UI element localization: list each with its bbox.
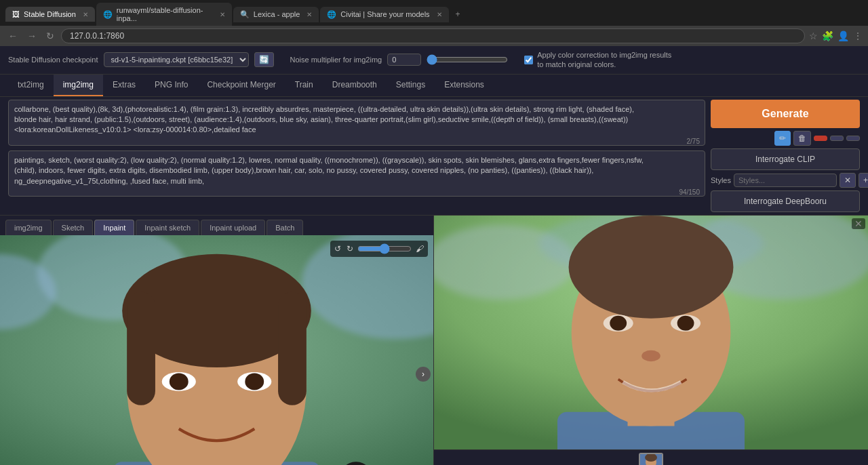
noise-label: Noise multiplier for img2img [290,56,382,64]
color1-button[interactable] [814,136,827,141]
color-correction-checkbox[interactable] [524,56,533,64]
svg-point-12 [245,373,264,390]
tab-close[interactable]: ✕ [307,11,312,18]
new-tab-button[interactable]: + [450,6,466,22]
tab-favicon: 🖼 [12,10,20,18]
negative-prompt-wrapper: paintings, sketch, (worst quality:2), (l… [8,150,705,199]
color2-button[interactable] [830,136,844,141]
positive-prompt[interactable]: collarbone, (best quality),(8k, 3d),(pho… [8,100,705,146]
positive-prompt-wrapper: collarbone, (best quality),(8k, 3d),(pho… [8,100,705,148]
svg-point-24 [610,315,627,330]
browser-chrome: 🖼 Stable Diffusion ✕ 🌐 runwayml/stable-d… [0,0,868,46]
sub-tab-sketch[interactable]: Sketch [53,220,94,235]
tab-extensions[interactable]: Extensions [435,75,494,96]
extension-icon[interactable]: 🧩 [822,31,833,41]
tab-label: runwayml/stable-diffusion-inpa... [117,6,213,22]
positive-prompt-count: 2/75 [687,138,700,145]
svg-point-27 [642,350,660,361]
profile-icon[interactable]: 👤 [837,31,849,41]
bookmark-icon[interactable]: ☆ [809,31,818,41]
styles-clear-button[interactable]: ✕ [840,173,856,188]
noise-section: Noise multiplier for img2img [290,54,509,66]
tab-label: Lexica - apple [254,10,300,18]
checkpoint-select[interactable]: sd-v1-5-inpainting.ckpt [c6bbc15e32] [104,52,249,67]
output-image [434,216,868,449]
negative-prompt[interactable]: paintings, sketch, (worst quality:2), (l… [8,150,705,197]
main-content: img2img Sketch Inpaint Inpaint sketch In… [0,216,868,465]
tab-favicon: 🌐 [327,10,336,19]
tab-train[interactable]: Train [285,75,323,96]
svg-point-10 [170,373,189,390]
right-actions: Generate ✏ 🗑 Interrogate CLIP Styles ✕ +… [711,100,860,212]
sub-tabs: img2img Sketch Inpaint Inpaint sketch In… [0,216,433,235]
refresh-button[interactable]: ↻ [43,29,57,43]
sub-tab-inpaint[interactable]: Inpaint [94,220,134,235]
tab-close[interactable]: ✕ [437,11,442,18]
tab-img2img[interactable]: img2img [54,75,103,96]
tab-lexica[interactable]: 🔍 Lexica - apple ✕ [233,7,319,22]
tab-close[interactable]: ✕ [83,11,88,18]
sub-tab-inpaint-sketch[interactable]: Inpaint sketch [136,220,199,235]
top-bar: Stable Diffusion checkpoint sd-v1-5-inpa… [0,46,868,75]
tab-extras[interactable]: Extras [103,75,145,96]
noise-slider[interactable] [427,54,508,65]
brush-tool-button[interactable]: 🖌 [414,243,425,254]
tab-label: Civitai | Share your models [340,10,429,18]
tab-png-info[interactable]: PNG Info [145,75,197,96]
left-panel: img2img Sketch Inpaint Inpaint sketch In… [0,216,434,465]
checkpoint-label: Stable Diffusion checkpoint [8,56,98,64]
brush-controls: ↺ ↻ 🖌 [330,241,428,257]
color-correction-section: Apply color correction to img2img result… [524,50,673,70]
checkpoint-refresh-button[interactable]: 🔄 [254,52,274,67]
right-panel: ✕ [434,216,868,465]
menu-icon[interactable]: ⋮ [853,31,863,41]
color3-button[interactable] [846,136,860,141]
color-correction-label: Apply color correction to img2img result… [537,50,673,70]
tab-favicon: 🌐 [103,10,113,19]
svg-point-26 [677,315,694,330]
output-thumbnail[interactable] [639,453,663,465]
app: Stable Diffusion checkpoint sd-v1-5-inpa… [0,46,868,465]
tab-txt2img[interactable]: txt2img [8,75,54,96]
back-button[interactable]: ← [5,29,20,43]
undo-button[interactable]: ↺ [333,243,342,254]
tab-runwayml[interactable]: 🌐 runwayml/stable-diffusion-inpa... ✕ [96,3,232,26]
generate-button[interactable]: Generate [711,100,860,128]
tab-settings[interactable]: Settings [387,75,435,96]
styles-input[interactable] [734,174,837,187]
svg-rect-8 [278,291,307,405]
tab-civitai[interactable]: 🌐 Civitai | Share your models ✕ [320,7,448,22]
brush-size-slider[interactable] [357,243,412,254]
svg-rect-7 [127,291,155,405]
tab-close[interactable]: ✕ [220,11,225,18]
tab-favicon: 🔍 [240,10,250,19]
main-tabs: txt2img img2img Extras PNG Info Checkpoi… [0,75,868,97]
close-output-button[interactable]: ✕ [852,218,865,229]
canvas-area[interactable]: ↺ ↻ 🖌 › [0,235,433,465]
nav-icons: ☆ 🧩 👤 ⋮ [809,31,863,41]
thumbnail-strip [434,449,868,465]
toolbar-icons: ✏ 🗑 [711,131,860,146]
sub-tab-inpaint-upload[interactable]: Inpaint upload [201,220,265,235]
styles-label: Styles [711,176,731,184]
interrogate-deepbooru-button[interactable]: Interrogate DeepBooru [711,190,860,212]
styles-add-button[interactable]: + [859,173,868,188]
tab-stable-diffusion[interactable]: 🖼 Stable Diffusion ✕ [5,7,95,22]
trash-icon-button[interactable]: 🗑 [793,131,811,146]
noise-input[interactable] [387,54,421,66]
interrogate-clip-button[interactable]: Interrogate CLIP [711,148,860,170]
negative-prompt-count: 94/150 [679,188,700,196]
pencil-icon-button[interactable]: ✏ [774,131,791,146]
tab-dreambooth[interactable]: Dreambooth [323,75,387,96]
svg-point-22 [569,216,734,319]
tab-bar: 🖼 Stable Diffusion ✕ 🌐 runwayml/stable-d… [0,0,868,26]
expand-arrow-button[interactable]: › [416,367,431,382]
sub-tab-img2img[interactable]: img2img [5,220,52,235]
address-bar[interactable]: 127.0.0.1:7860 [61,28,805,43]
tab-checkpoint-merger[interactable]: Checkpoint Merger [197,75,285,96]
redo-button[interactable]: ↻ [345,243,355,254]
forward-button[interactable]: → [24,29,39,43]
tab-label: Stable Diffusion [24,10,76,18]
inpaint-canvas[interactable] [0,235,433,465]
sub-tab-batch[interactable]: Batch [267,220,303,235]
